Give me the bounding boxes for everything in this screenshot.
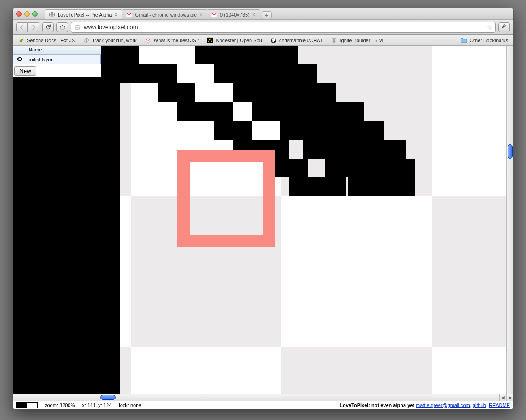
layer-name: initial layer	[26, 57, 100, 62]
bookmark-item[interactable]: Ignite Boulder - 5 M	[331, 37, 383, 43]
toolbar: www.lovetopixel.com ☆	[13, 20, 513, 35]
canvas-viewport[interactable]	[101, 46, 506, 394]
titlebar: LoveToPixel -- Pre Alpha × Gmail - chrom…	[13, 8, 513, 20]
bookmark-label: Sencha Docs - Ext JS	[27, 38, 75, 43]
app-credits: LoveToPixel: not even alpha yet matt.e.g…	[340, 403, 510, 408]
bookmark-label: Track your run, work	[92, 38, 137, 43]
scrollbar-thumb[interactable]	[100, 395, 116, 400]
leaf-icon	[18, 37, 25, 43]
visibility-column-header[interactable]	[13, 46, 26, 54]
folder-icon	[461, 37, 467, 43]
url-text: www.lovetopixel.com	[84, 24, 138, 30]
bookmark-item[interactable]: What is the best JS t	[145, 37, 199, 43]
zoom-label: zoom: 3200%	[45, 403, 75, 408]
window-controls	[16, 11, 38, 17]
app-title: LoveToPixel: not even alpha yet	[340, 403, 414, 408]
svg-point-6	[147, 40, 148, 41]
email-link[interactable]: matt.e.greer@gmail.com	[416, 403, 470, 408]
wrench-icon	[501, 23, 508, 31]
brush-cursor	[177, 150, 275, 247]
gmail-icon	[126, 12, 132, 18]
svg-point-7	[148, 40, 149, 41]
bookmark-label: Nodester | Open Sou	[216, 38, 262, 43]
status-bar: zoom: 3200% x: 141, y: 124 lock: none Lo…	[13, 401, 513, 409]
node-icon	[207, 37, 214, 43]
gmail-icon	[211, 12, 217, 18]
bookmark-label: chrismatthieu/CHAT	[279, 38, 323, 43]
forward-button[interactable]	[28, 22, 39, 32]
bookmark-item[interactable]: chrismatthieu/CHAT	[270, 37, 323, 43]
bookmark-label: What is the best JS t	[154, 38, 199, 43]
wrench-menu-button[interactable]	[498, 22, 510, 32]
close-icon[interactable]: ×	[199, 12, 203, 18]
close-icon[interactable]: ×	[114, 12, 117, 18]
home-button[interactable]	[56, 22, 68, 32]
reload-button[interactable]	[42, 22, 54, 32]
bookmarks-bar: Sencha Docs - Ext JS Track your run, wor…	[13, 35, 513, 46]
browser-window: LoveToPixel -- Pre Alpha × Gmail - chrom…	[12, 8, 514, 409]
tab-1[interactable]: Gmail - chrome windows pic ×	[122, 9, 207, 19]
tab-label: Gmail - chrome windows pic	[135, 12, 197, 17]
layers-panel: Name initial layer New	[13, 46, 101, 77]
globe-icon	[74, 24, 81, 31]
address-bar[interactable]: www.lovetopixel.com ☆	[71, 22, 496, 33]
new-tab-button[interactable]: +	[262, 11, 272, 19]
name-column-header[interactable]: Name	[26, 46, 101, 54]
layers-header: Name	[13, 46, 101, 55]
page-content: Name initial layer New ◀ ▶	[13, 46, 513, 401]
globe-icon	[331, 37, 337, 43]
github-link[interactable]: github	[473, 403, 486, 408]
layer-row[interactable]: initial layer	[13, 55, 101, 64]
vertical-scrollbar[interactable]	[506, 46, 513, 394]
foreground-swatch[interactable]	[16, 402, 27, 408]
color-swatches	[16, 402, 38, 408]
globe-icon	[49, 12, 55, 18]
eye-icon[interactable]	[13, 57, 26, 62]
background-swatch[interactable]	[27, 402, 38, 408]
lock-label: lock: none	[119, 403, 141, 408]
tab-0[interactable]: LoveToPixel -- Pre Alpha ×	[45, 9, 122, 19]
scrollbar-thumb[interactable]	[508, 144, 513, 159]
minimize-window-button[interactable]	[24, 11, 30, 17]
bookmark-label: Ignite Boulder - 5 M	[340, 38, 383, 43]
back-button[interactable]	[16, 22, 28, 32]
new-layer-button[interactable]: New	[14, 66, 36, 76]
tab-label: LoveToPixel -- Pre Alpha	[58, 12, 112, 17]
close-window-button[interactable]	[16, 11, 22, 17]
github-icon	[270, 37, 277, 43]
bookmark-item[interactable]: Sencha Docs - Ext JS	[18, 37, 75, 43]
svg-point-5	[146, 39, 150, 43]
scroll-left-button[interactable]: ◀	[499, 394, 506, 401]
readme-link[interactable]: README	[489, 403, 510, 408]
coords-label: x: 141, y: 124	[82, 403, 112, 408]
reddit-icon	[145, 37, 151, 43]
bookmark-star-icon[interactable]: ☆	[487, 24, 492, 31]
scroll-right-button[interactable]: ▶	[506, 394, 513, 401]
horizontal-scrollbar[interactable]: ◀ ▶	[13, 394, 513, 401]
close-icon[interactable]: ×	[252, 12, 255, 18]
bookmark-item[interactable]: Track your run, work	[83, 37, 137, 43]
other-bookmarks-label: Other Bookmarks	[470, 38, 508, 43]
tab-strip: LoveToPixel -- Pre Alpha × Gmail - chrom…	[45, 8, 510, 19]
tab-label: 0 (1040×735)	[220, 12, 250, 17]
nav-buttons	[16, 22, 39, 32]
tab-2[interactable]: 0 (1040×735) ×	[207, 9, 260, 19]
globe-icon	[83, 37, 90, 43]
other-bookmarks-button[interactable]: Other Bookmarks	[461, 37, 508, 43]
bookmark-item[interactable]: Nodester | Open Sou	[207, 37, 262, 43]
zoom-window-button[interactable]	[32, 11, 38, 17]
